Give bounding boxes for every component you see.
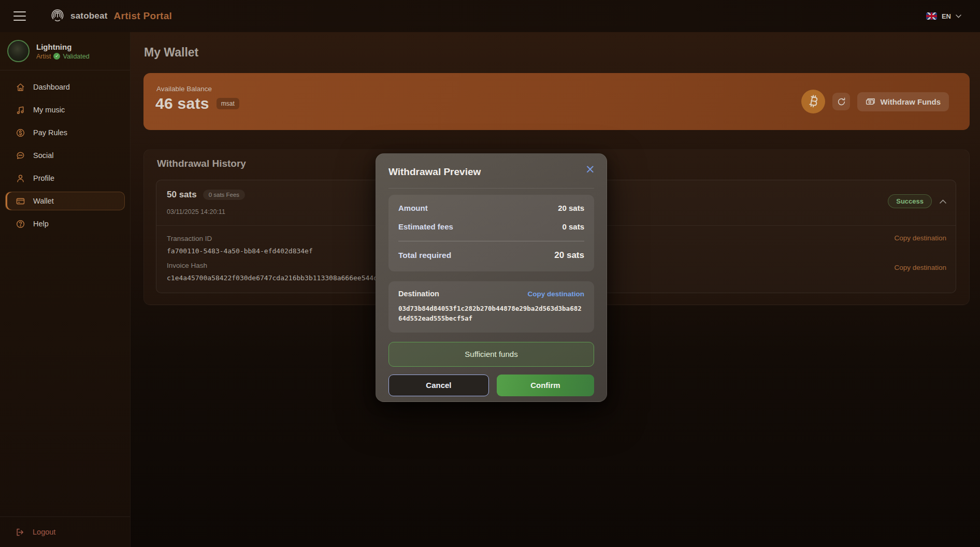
sidebar-item-label: Pay Rules: [33, 128, 67, 137]
brand: satobeat: [49, 7, 108, 25]
unit-badge: msat: [217, 98, 239, 109]
estimated-fees-label: Estimated fees: [398, 222, 453, 231]
destination-panel: Destination Copy destination 03d73b84d84…: [388, 281, 594, 333]
sufficient-funds-label: Sufficient funds: [465, 350, 517, 358]
bitcoin-icon: [801, 90, 825, 113]
modal-header-divider: [388, 188, 594, 189]
withdraw-funds-button[interactable]: Withdraw Funds: [857, 92, 949, 111]
logout-label: Logout: [33, 528, 55, 536]
sidebar-item-pay-rules[interactable]: Pay Rules: [5, 123, 125, 142]
user-role: Artist: [36, 53, 51, 60]
withdrawal-history-title: Withdrawal History: [157, 158, 246, 169]
withdrawal-preview-modal: Withdrawal Preview × Amount 20 sats Esti…: [376, 153, 607, 402]
total-required-value: 20 sats: [554, 250, 584, 261]
balance-amount: 46 sats: [155, 95, 209, 112]
music-icon: [16, 105, 25, 115]
uk-flag-icon: [926, 12, 937, 20]
brand-name: satobeat: [70, 11, 108, 21]
language-code: EN: [942, 12, 951, 20]
help-circle-icon: [16, 219, 25, 229]
home-icon: [16, 82, 25, 92]
copy-destination-link[interactable]: Copy destination: [894, 234, 946, 242]
logout-button[interactable]: Logout: [5, 517, 125, 547]
app-root: satobeat Artist Portal EN Lightning Arti…: [0, 0, 980, 547]
sidebar-item-wallet[interactable]: Wallet: [5, 192, 125, 210]
balance-card: Available Balance 46 sats msat: [143, 73, 970, 130]
sidebar-item-my-music[interactable]: My music: [5, 100, 125, 119]
confirm-button[interactable]: Confirm: [497, 375, 594, 396]
sidebar-item-help[interactable]: Help: [5, 214, 125, 233]
page-title: My Wallet: [144, 46, 198, 60]
avatar: [7, 40, 30, 62]
language-selector[interactable]: EN: [926, 12, 961, 20]
fees-badge: 0 sats Fees: [203, 190, 245, 200]
status-badge: Success: [888, 194, 932, 208]
sidebar-item-label: Social: [33, 151, 54, 160]
person-icon: [16, 174, 25, 183]
sidebar: Lightning Artist ✓ Validated Dashboard: [0, 32, 131, 547]
sidebar-item-label: Help: [33, 220, 49, 228]
sidebar-item-profile[interactable]: Profile: [5, 169, 125, 188]
total-required-label: Total required: [398, 251, 451, 260]
user-name: Lightning: [36, 42, 90, 51]
satobeat-logo-icon: [49, 7, 66, 25]
modal-title: Withdrawal Preview: [388, 166, 594, 178]
sidebar-nav: Dashboard My music Pay Rules: [0, 70, 130, 244]
sidebar-item-social[interactable]: Social: [5, 146, 125, 165]
sidebar-item-label: Profile: [33, 174, 54, 182]
top-bar: satobeat Artist Portal EN: [0, 0, 980, 32]
history-timestamp: 03/11/2025 14:20:11: [167, 208, 225, 215]
history-amount: 50 sats: [167, 190, 197, 200]
chevron-down-icon: [956, 15, 961, 18]
sidebar-item-dashboard[interactable]: Dashboard: [5, 78, 125, 96]
validated-check-icon: ✓: [53, 53, 60, 60]
validated-label: Validated: [63, 53, 89, 60]
banknote-icon: [866, 97, 875, 107]
withdraw-funds-label: Withdraw Funds: [880, 97, 941, 106]
balance-label: Available Balance: [156, 85, 212, 93]
logout-icon: [15, 527, 25, 537]
chat-icon: [16, 151, 25, 161]
copy-destination-link[interactable]: Copy destination: [894, 264, 946, 271]
sidebar-item-label: My music: [33, 106, 65, 114]
sufficient-funds-banner: Sufficient funds: [388, 342, 594, 367]
logout-section: Logout: [0, 516, 130, 547]
refresh-icon: [837, 97, 846, 107]
chevron-up-icon[interactable]: [940, 199, 946, 204]
sidebar-item-label: Dashboard: [33, 83, 70, 91]
wallet-card-icon: [16, 196, 25, 206]
amount-value: 20 sats: [558, 204, 584, 212]
cancel-button[interactable]: Cancel: [388, 375, 489, 396]
summary-divider: [398, 241, 584, 241]
profile-block: Lightning Artist ✓ Validated: [0, 32, 130, 70]
portal-title: Artist Portal: [114, 10, 172, 22]
menu-icon[interactable]: [13, 11, 26, 21]
destination-value: 03d73b84d84053f1c282b270b44878e29ba2d563…: [398, 304, 584, 324]
amount-label: Amount: [398, 204, 428, 212]
copy-destination-link[interactable]: Copy destination: [527, 290, 584, 298]
summary-panel: Amount 20 sats Estimated fees 0 sats Tot…: [388, 195, 594, 271]
close-icon[interactable]: ×: [585, 163, 595, 175]
estimated-fees-value: 0 sats: [562, 222, 584, 231]
destination-label: Destination: [398, 290, 439, 298]
dollar-circle-icon: [16, 128, 25, 138]
sidebar-item-label: Wallet: [33, 197, 54, 205]
refresh-button[interactable]: [832, 93, 850, 110]
